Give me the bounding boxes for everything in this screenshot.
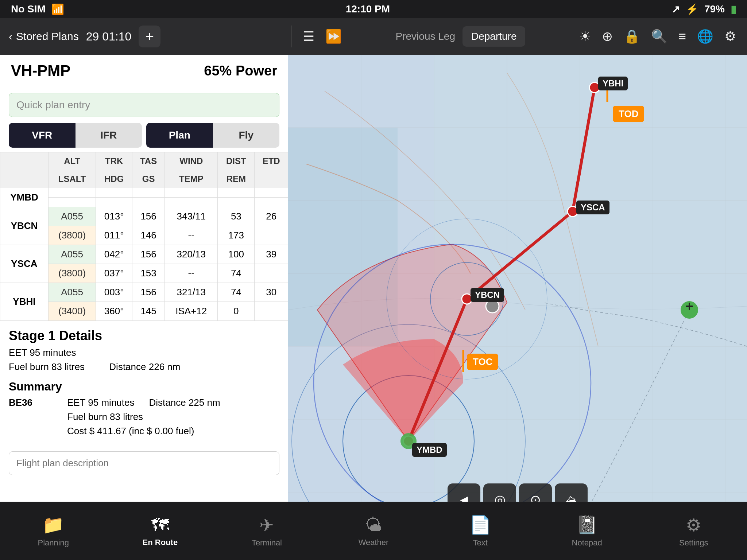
table-row[interactable]: YBHIA055003°156321/137430 — [0, 283, 288, 302]
tab-planning[interactable]: 📁 Planning — [0, 511, 107, 551]
chevron-left-icon: ‹ — [9, 30, 12, 43]
prev-leg-button[interactable]: Previous Leg — [396, 31, 455, 42]
help-icon[interactable]: ⊕ — [602, 29, 613, 44]
table-cell: (3800) — [48, 226, 96, 245]
fly-button[interactable]: Fly — [213, 123, 280, 148]
table-cell — [96, 198, 132, 207]
table-cell — [132, 188, 165, 198]
vfr-button[interactable]: VFR — [9, 123, 76, 148]
toolbar-icons-right: ☀ ⊕ 🔒 🔍 ≡ 🌐 ⚙ — [579, 29, 736, 44]
table-cell: 003° — [96, 283, 132, 302]
summary-aircraft: BE36 — [9, 397, 53, 408]
summary-section: Summary BE36 EET 95 minutes Distance 225… — [0, 374, 288, 446]
eet-text: EET 95 minutes — [0, 346, 288, 360]
table-cell — [218, 188, 255, 198]
tab-weather[interactable]: 🌤 Weather — [320, 511, 427, 551]
quick-entry-input[interactable]: Quick plan entry — [9, 93, 279, 117]
gps-icon: ↗ — [671, 3, 680, 15]
toc-label: TOC — [467, 354, 498, 370]
tab-terminal[interactable]: ✈ Terminal — [213, 511, 320, 551]
table-cell: 53 — [218, 207, 255, 226]
table-cell — [165, 188, 218, 198]
summary-empty — [9, 411, 53, 423]
terminal-label: Terminal — [252, 538, 282, 548]
table-cell: 146 — [132, 226, 165, 245]
table-cell: 360° — [96, 302, 132, 321]
hamburger-icon[interactable]: ☰ — [303, 29, 314, 44]
globe-icon[interactable]: 🌐 — [697, 29, 713, 44]
summary-fuel: Fuel burn 83 litres — [67, 411, 143, 423]
svg-point-19 — [314, 244, 591, 521]
forward-icon[interactable]: ⏩ — [325, 29, 342, 44]
table-cell — [48, 188, 96, 198]
tab-settings[interactable]: ⚙ Settings — [640, 511, 747, 551]
time-label: 12:10 PM — [346, 3, 390, 15]
table-row[interactable]: YMBD — [0, 188, 288, 198]
planning-label: Planning — [38, 538, 69, 548]
table-cell: 156 — [132, 245, 165, 264]
settings-icon[interactable]: ⚙ — [724, 29, 736, 44]
plan-button[interactable]: Plan — [146, 123, 213, 148]
add-button[interactable]: + — [139, 26, 160, 47]
waypoint-name-cell: YSCA — [0, 245, 49, 283]
notepad-label: Notepad — [572, 538, 602, 548]
battery-label: 79% — [704, 3, 725, 15]
summary-row-1: BE36 EET 95 minutes Distance 225 nm — [9, 397, 279, 408]
table-row[interactable]: YBCNA055013°156343/115326 — [0, 207, 288, 226]
tod-label: TOD — [613, 106, 644, 122]
plane-icon: ✈ — [259, 515, 274, 535]
battery-icon: ▮ — [731, 3, 736, 15]
flight-desc-input[interactable] — [9, 451, 279, 475]
waypoint-name-cell: YBHI — [0, 283, 49, 321]
wp-col-header — [0, 152, 49, 170]
table-cell — [48, 198, 96, 207]
ybhi-label: YBHI — [598, 77, 628, 90]
summary-title: Summary — [9, 380, 279, 393]
table-cell: 042° — [96, 245, 132, 264]
table-cell — [255, 188, 288, 198]
settings-label: Settings — [679, 538, 708, 548]
search-icon[interactable]: 🔍 — [651, 29, 667, 44]
table-cell: 30 — [255, 283, 288, 302]
map-area[interactable]: YMBD YBCN YSCA YBHI TOD TOC ◄ ◎ ⊙ ⛰ — [288, 55, 747, 524]
text-icon: 📄 — [469, 515, 491, 535]
departure-button[interactable]: Departure — [462, 26, 526, 47]
back-button[interactable]: ‹ Stored Plans — [9, 30, 79, 43]
summary-empty2 — [9, 425, 53, 437]
ymbd-label: YMBD — [412, 443, 447, 457]
tab-notepad[interactable]: 📓 Notepad — [534, 511, 640, 551]
table-cell — [255, 198, 288, 207]
table-cell: 321/13 — [165, 283, 218, 302]
bottom-tabbar: 📁 Planning 🗺 En Route ✈ Terminal 🌤 Weath… — [0, 502, 747, 560]
distance-label: Distance 226 nm — [109, 361, 180, 372]
status-bar: No SIM 📶 12:10 PM ↗ ⚡ 79% ▮ — [0, 0, 747, 18]
tab-enroute[interactable]: 🗺 En Route — [107, 511, 214, 551]
table-cell: -- — [165, 226, 218, 245]
mode-buttons: VFR IFR Plan Fly — [9, 123, 279, 148]
toolbar-icons-left: ☰ ⏩ — [303, 29, 342, 44]
weather-icon: 🌤 — [365, 515, 382, 535]
summary-distance: Distance 225 nm — [149, 397, 220, 408]
table-cell — [96, 188, 132, 198]
fuel-burn-text: Fuel burn 83 litres Distance 226 nm — [0, 360, 288, 374]
list-icon[interactable]: ≡ — [678, 29, 686, 44]
dist-col-header: DIST — [218, 152, 255, 170]
table-cell — [218, 198, 255, 207]
svg-rect-0 — [288, 55, 747, 524]
table-row[interactable]: YSCAA055042°156320/1310039 — [0, 245, 288, 264]
svg-point-28 — [681, 302, 697, 318]
map-icon: 🗺 — [151, 515, 169, 535]
summary-row-2: Fuel burn 83 litres — [9, 411, 279, 423]
ifr-button[interactable]: IFR — [76, 123, 142, 148]
lsalt-col-header: LSALT — [48, 170, 96, 188]
table-cell: 343/11 — [165, 207, 218, 226]
table-cell: 013° — [96, 207, 132, 226]
lock-icon[interactable]: 🔒 — [624, 29, 640, 44]
table-cell: 74 — [218, 264, 255, 283]
toolbar-nav: Previous Leg Departure — [396, 26, 526, 47]
tab-text[interactable]: 📄 Text — [427, 511, 534, 551]
sun-icon[interactable]: ☀ — [579, 29, 591, 44]
table-cell: 173 — [218, 226, 255, 245]
weather-label: Weather — [359, 538, 389, 547]
tas-col-header: TAS — [132, 152, 165, 170]
